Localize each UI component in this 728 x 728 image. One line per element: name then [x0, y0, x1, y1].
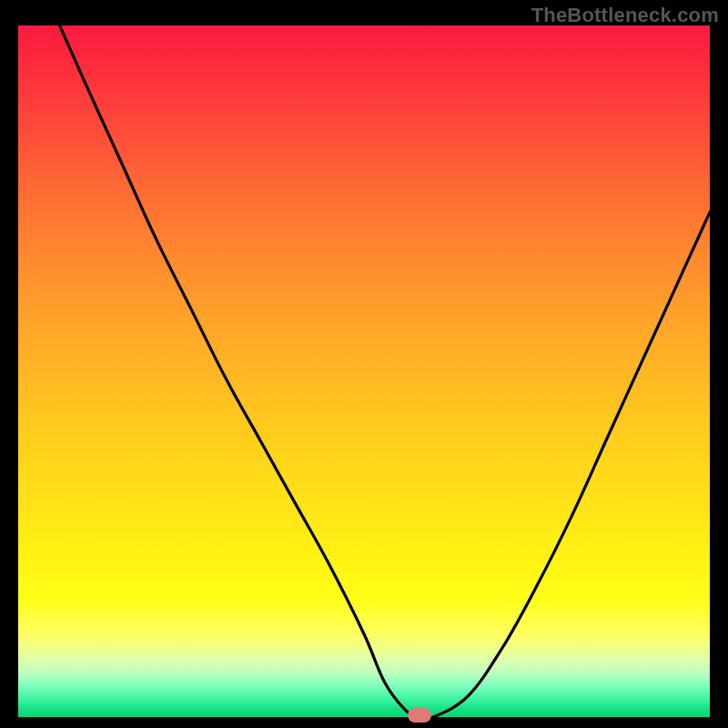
minimum-marker: [408, 708, 432, 723]
plot-outer: [18, 25, 710, 717]
chart-frame: TheBottleneck.com: [0, 0, 728, 728]
watermark-text: TheBottleneck.com: [531, 4, 719, 27]
plot-area: [18, 25, 710, 717]
bottleneck-curve: [60, 25, 710, 717]
curve-svg: [18, 25, 710, 717]
